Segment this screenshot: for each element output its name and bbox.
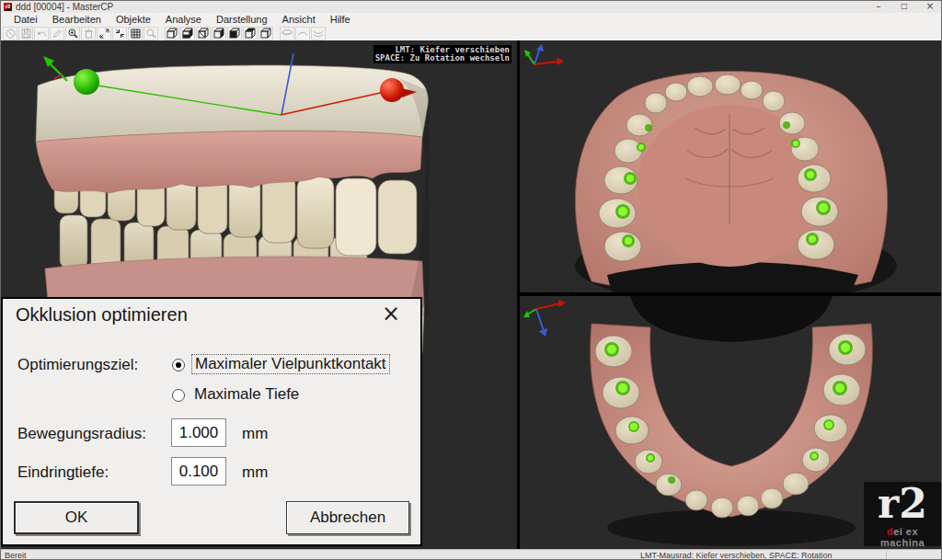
okklusion-optimieren-dialog: Okklusion optimieren × Optimierungsziel:…	[1, 297, 422, 546]
cube-view-4-icon[interactable]	[212, 27, 226, 40]
optimierungsziel-label: Optimierungsziel:	[17, 356, 138, 374]
trash-icon[interactable]	[81, 27, 96, 40]
menu-hilfe[interactable]: Hilfe	[323, 13, 358, 26]
double-arch-icon[interactable]	[311, 27, 326, 40]
dialog-close-icon[interactable]: ×	[382, 301, 400, 326]
toolbar	[1, 26, 942, 40]
menu-ansicht[interactable]: Ansicht	[275, 13, 323, 26]
bewegungsradius-input[interactable]	[171, 418, 226, 447]
grid-icon[interactable]	[128, 27, 143, 40]
cube-view-3-icon[interactable]	[196, 27, 211, 40]
zoom-icon[interactable]	[144, 27, 158, 40]
menu-bearbeiten[interactable]: Bearbeiten	[45, 13, 109, 26]
bewegungsradius-label: Bewegungsradius:	[17, 425, 146, 443]
title-bar: r2 ddd [00004] - MasterCP – □ ×	[1, 1, 942, 13]
cube-view-7-icon[interactable]	[258, 27, 273, 40]
menu-bar: Datei Bearbeiten Objekte Analyse Darstel…	[1, 13, 942, 26]
save-icon[interactable]	[18, 27, 33, 40]
logo-main-text: r2	[864, 482, 941, 526]
eindringtiefe-unit: mm	[242, 463, 268, 482]
menu-datei[interactable]: Datei	[6, 13, 45, 26]
status-separator	[886, 551, 887, 560]
menu-analyse[interactable]: Analyse	[158, 13, 209, 26]
app-icon: r2	[4, 3, 12, 11]
occlusal-plane-icon[interactable]	[280, 27, 294, 40]
cube-view-2-icon[interactable]	[180, 27, 195, 40]
undo-icon[interactable]	[34, 27, 49, 40]
window-title: ddd [00004] - MasterCP	[16, 2, 113, 12]
abbrechen-button[interactable]: Abbrechen	[286, 501, 409, 534]
cube-view-1-icon[interactable]	[165, 27, 179, 40]
status-ready-text: Bereit	[5, 551, 27, 560]
eindringtiefe-input[interactable]	[171, 457, 226, 486]
status-hint-text: LMT-Mausrad: Kiefer verschieben, SPACE: …	[640, 551, 832, 560]
no-entry-icon[interactable]	[3, 27, 17, 40]
application-window: r2 ddd [00004] - MasterCP – □ × Datei Be…	[0, 0, 942, 560]
axis-triad-icon	[523, 300, 566, 337]
bewegungsradius-unit: mm	[242, 425, 268, 443]
minimize-button[interactable]: –	[866, 1, 891, 13]
window-controls: – □ ×	[866, 1, 942, 13]
hint-line-2: SPACE: Zu Rotation wechseln	[375, 54, 510, 63]
radio-label-maximaler-vielpunktkontakt[interactable]: Maximaler Vielpunktkontakt	[191, 354, 390, 374]
logo-sub-text: dei ex machina	[864, 526, 941, 548]
dental-model-upper-arch	[520, 40, 942, 292]
pencil-icon[interactable]	[50, 27, 64, 40]
status-bar: Bereit LMT-Mausrad: Kiefer verschieben, …	[1, 549, 942, 560]
restore-button[interactable]: □	[891, 1, 917, 13]
menu-darstellung[interactable]: Darstellung	[209, 13, 275, 26]
zoom-in-icon[interactable]	[65, 27, 80, 40]
radio-label-maximale-tiefe[interactable]: Maximale Tiefe	[194, 385, 299, 404]
eindringtiefe-label: Eindringtiefe:	[17, 463, 109, 482]
menu-objekte[interactable]: Objekte	[109, 13, 158, 26]
dialog-title: Okklusion optimieren	[16, 304, 188, 326]
viewport-lower-arch[interactable]: r2 dei ex machina	[520, 296, 942, 549]
ok-button[interactable]: OK	[14, 501, 139, 534]
shrink-icon[interactable]	[112, 27, 127, 40]
viewport-hint: LMT: Kiefer verschieben SPACE: Zu Rotati…	[373, 45, 511, 63]
expand-icon[interactable]	[97, 27, 111, 40]
r2-logo: r2 dei ex machina	[864, 482, 941, 546]
arch-curve-icon[interactable]	[295, 27, 310, 40]
cube-view-6-icon[interactable]	[243, 27, 258, 40]
cube-view-5-icon[interactable]	[227, 27, 242, 40]
axis-triad-icon	[524, 44, 564, 65]
radio-maximale-tiefe[interactable]	[172, 389, 185, 402]
close-window-button[interactable]: ×	[917, 1, 942, 13]
radio-maximaler-vielpunktkontakt[interactable]	[172, 359, 185, 371]
viewport-upper-arch[interactable]	[520, 40, 942, 292]
